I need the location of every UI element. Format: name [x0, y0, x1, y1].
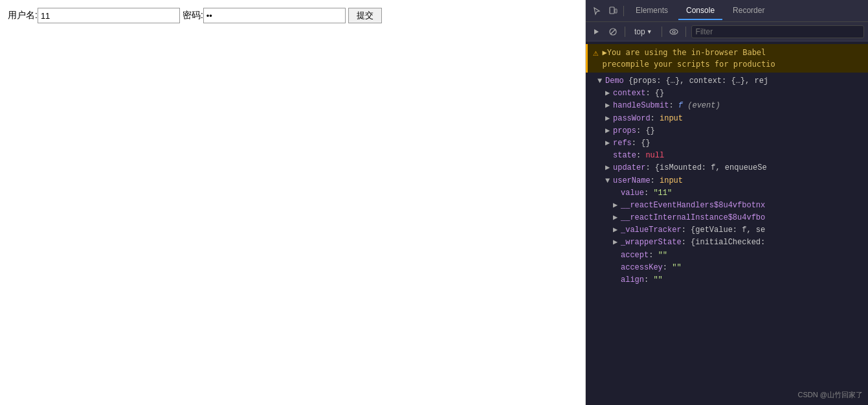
- password-label: 密码:: [183, 10, 203, 21]
- tree-username[interactable]: userName : input: [591, 175, 868, 187]
- toolbar-sep-2: [662, 27, 662, 37]
- svg-point-6: [673, 30, 675, 33]
- warning-line-1: ▶You are using the in-browser Babel: [602, 47, 775, 58]
- tab-console[interactable]: Console: [678, 2, 722, 20]
- cursor-icon[interactable]: [591, 5, 604, 17]
- context-arrow[interactable]: [605, 87, 613, 100]
- refs-arrow[interactable]: [605, 137, 613, 150]
- tab-separator: [623, 6, 624, 16]
- tree-value-tracker[interactable]: _valueTracker : {getValue: f, se: [591, 224, 868, 237]
- tree-react-internal[interactable]: __reactInternalInstance$8u4vfbo: [591, 212, 868, 224]
- handlesubmit-arrow[interactable]: [605, 100, 613, 112]
- context-selector[interactable]: top ▼: [630, 26, 656, 38]
- devtools-tabs: Elements Console Recorder: [586, 0, 868, 22]
- context-label: top: [634, 27, 645, 36]
- tree-state: ▶ state : null: [591, 150, 868, 162]
- console-output: ⚠ ▶You are using the in-browser Babel pr…: [586, 41, 868, 405]
- play-icon[interactable]: [590, 25, 603, 38]
- demo-arrow[interactable]: [597, 75, 605, 87]
- console-tree: Demo {props: {…}, context: {…}, rej cont…: [586, 73, 868, 289]
- svg-line-4: [610, 29, 616, 34]
- login-form: 用户名: 密码: 提交: [8, 8, 577, 23]
- react-event-handlers-arrow[interactable]: [613, 200, 621, 212]
- username-input[interactable]: [38, 8, 180, 23]
- props-arrow[interactable]: [605, 125, 613, 137]
- eye-icon[interactable]: [667, 25, 680, 38]
- wrapper-state-arrow[interactable]: [613, 237, 621, 249]
- tree-updater[interactable]: updater : {isMounted: f, enqueueSe: [591, 162, 868, 174]
- state-arrow: ▶: [605, 150, 613, 162]
- value-tracker-arrow[interactable]: [613, 224, 621, 237]
- svg-marker-2: [594, 29, 599, 34]
- submit-button[interactable]: 提交: [348, 8, 382, 23]
- tree-align: align : "": [591, 274, 868, 286]
- toolbar-sep-3: [685, 27, 686, 37]
- password-arrow[interactable]: [605, 113, 613, 125]
- tree-accept: accept : "": [591, 249, 868, 262]
- toolbar-sep-1: [625, 27, 625, 37]
- tree-accesskey: accessKey : "": [591, 262, 868, 274]
- tree-props[interactable]: props : {}: [591, 125, 868, 137]
- tree-value: value : "11": [591, 187, 868, 200]
- username-label: 用户名:: [8, 10, 38, 21]
- block-icon[interactable]: [606, 25, 619, 38]
- tree-demo[interactable]: Demo {props: {…}, context: {…}, rej: [591, 75, 868, 87]
- react-internal-arrow[interactable]: [613, 212, 621, 224]
- tree-context[interactable]: context : {}: [591, 87, 868, 100]
- svg-point-5: [670, 29, 678, 34]
- username-arrow[interactable]: [605, 175, 613, 187]
- tree-wrapper-state[interactable]: _wrapperState : {initialChecked:: [591, 237, 868, 249]
- warning-icon: ⚠: [593, 47, 598, 58]
- warning-message: ⚠ ▶You are using the in-browser Babel pr…: [586, 44, 868, 73]
- warning-line-2: precompile your scripts for productio: [602, 58, 775, 70]
- svg-rect-0: [610, 7, 614, 14]
- svg-rect-1: [615, 9, 617, 13]
- tree-refs[interactable]: refs : {}: [591, 137, 868, 150]
- console-filter-input[interactable]: [691, 25, 864, 38]
- password-input[interactable]: [203, 8, 346, 23]
- tab-recorder[interactable]: Recorder: [725, 2, 772, 20]
- dropdown-arrow: ▼: [647, 29, 652, 35]
- devtools-panel: Elements Console Recorder top ▼: [586, 0, 868, 405]
- tree-react-event-handlers[interactable]: __reactEventHandlers$8u4vfbotnx: [591, 200, 868, 212]
- page-content: 用户名: 密码: 提交: [0, 0, 586, 405]
- updater-arrow[interactable]: [605, 162, 613, 174]
- csdn-watermark: CSDN @山竹回家了: [798, 390, 863, 400]
- warning-text: ▶You are using the in-browser Babel prec…: [602, 47, 775, 70]
- tab-elements[interactable]: Elements: [628, 2, 676, 20]
- tree-handlesubmit[interactable]: handleSubmit : f (event): [591, 100, 868, 112]
- tree-password[interactable]: passWord : input: [591, 113, 868, 125]
- device-icon[interactable]: [606, 5, 619, 17]
- devtools-toolbar: top ▼: [586, 22, 868, 41]
